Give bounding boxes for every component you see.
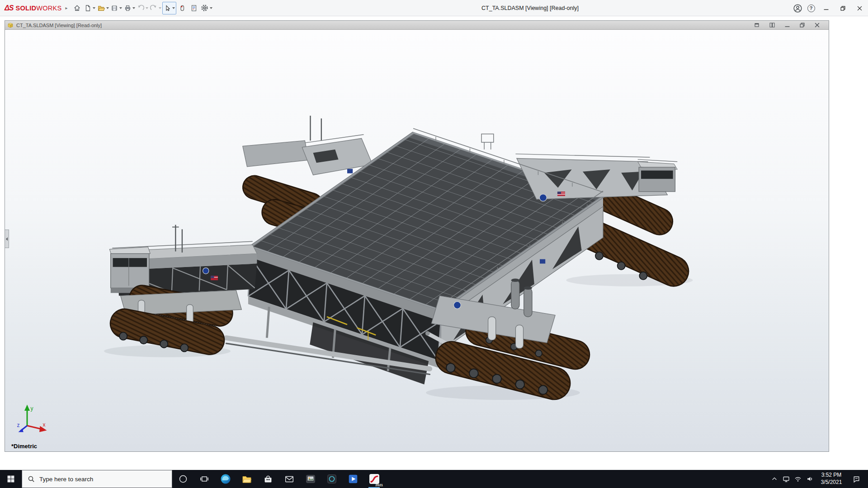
start-icon xyxy=(7,475,15,483)
app-title: CT_TA.SLDASM [Viewing] [Read-only] xyxy=(407,5,653,11)
mdi-background: CT_TA.SLDASM [Viewing] [Read-only] xyxy=(0,16,868,470)
cortana-button[interactable] xyxy=(172,470,193,488)
document-window-buttons xyxy=(752,22,826,28)
tray-volume-icon xyxy=(806,475,813,483)
new-document-icon xyxy=(84,5,91,12)
doc-new-window-button[interactable] xyxy=(752,22,763,28)
account-button[interactable] xyxy=(791,0,804,16)
deck-mast xyxy=(481,134,494,149)
mail-button[interactable] xyxy=(278,470,300,488)
tray-wifi-button[interactable] xyxy=(792,470,804,488)
movies-app-button[interactable] xyxy=(342,470,363,488)
minimize-button[interactable] xyxy=(818,0,835,16)
select-caret[interactable] xyxy=(172,7,175,9)
system-tray: 3:52 PM 3/5/2021 xyxy=(769,470,868,488)
solidworks-app-button[interactable]: 2021 xyxy=(363,470,385,488)
mouse-gestures-button[interactable] xyxy=(176,2,188,14)
home-icon xyxy=(73,4,81,12)
store-button[interactable] xyxy=(257,470,278,488)
viewport-3d[interactable]: y x z *Dimetric xyxy=(5,30,829,451)
file-explorer-button[interactable] xyxy=(236,470,257,488)
options-button[interactable] xyxy=(200,2,213,14)
undo-button[interactable] xyxy=(136,2,149,14)
close-icon xyxy=(857,6,862,11)
options-caret[interactable] xyxy=(210,7,212,9)
rear-right-cab xyxy=(638,160,678,192)
assembly-document-icon xyxy=(8,22,14,28)
doc-tile-button[interactable] xyxy=(767,22,778,28)
edge-icon xyxy=(220,474,231,484)
print-caret[interactable] xyxy=(132,7,135,9)
redo-caret[interactable] xyxy=(159,7,161,9)
edge-button[interactable] xyxy=(215,470,236,488)
help-button[interactable]: ? xyxy=(804,0,818,16)
open-button[interactable] xyxy=(96,2,110,14)
select-button[interactable] xyxy=(162,2,176,14)
doc-restore-icon xyxy=(800,23,805,28)
tray-volume-button[interactable] xyxy=(804,470,816,488)
window-controls: ? xyxy=(791,0,868,16)
file-explorer-icon xyxy=(241,474,252,484)
taskbar-search[interactable] xyxy=(22,470,172,488)
tray-display-icon xyxy=(783,475,790,483)
new-document-caret[interactable] xyxy=(93,7,95,9)
doc-restore-button[interactable] xyxy=(797,22,807,28)
doc-close-icon xyxy=(815,23,820,28)
home-button[interactable] xyxy=(71,2,83,14)
restore-icon xyxy=(840,6,845,11)
taskbar-clock[interactable]: 3:52 PM 3/5/2021 xyxy=(816,472,847,486)
taskbar: 2021 3:52 PM 3/5/2021 xyxy=(0,470,868,488)
photos-app-button[interactable] xyxy=(300,470,321,488)
help-icon: ? xyxy=(807,5,815,12)
crawler-transporter-model xyxy=(5,30,829,451)
action-center-button[interactable] xyxy=(847,475,865,483)
undo-caret[interactable] xyxy=(146,7,148,9)
view-orientation-label: *Dimetric xyxy=(11,443,37,450)
close-button[interactable] xyxy=(851,0,868,16)
new-document-button[interactable] xyxy=(83,2,96,14)
tray-display-button[interactable] xyxy=(780,470,792,488)
triad-x-label: x xyxy=(43,422,46,428)
media-app-icon xyxy=(326,474,337,484)
toolbar-flyout-arrow[interactable]: ▸ xyxy=(66,5,68,10)
solidworks-logo-mark: ΔS xyxy=(5,4,13,12)
media-app-button[interactable] xyxy=(321,470,342,488)
minimize-icon xyxy=(824,6,829,11)
mouse-gestures-icon xyxy=(179,5,186,12)
open-caret[interactable] xyxy=(106,7,109,9)
open-icon xyxy=(97,4,105,12)
save-icon xyxy=(111,5,118,12)
search-input[interactable] xyxy=(39,476,161,483)
rear-left-truss xyxy=(243,116,373,175)
restore-button[interactable] xyxy=(835,0,851,16)
solidworks-brand-text: SOLIDWORKS xyxy=(15,5,61,12)
task-view-icon xyxy=(200,475,208,483)
tray-chevron-icon xyxy=(771,476,778,482)
print-icon xyxy=(124,5,131,12)
new-window-icon xyxy=(755,23,760,28)
doc-minimize-button[interactable] xyxy=(782,22,793,28)
print-button[interactable] xyxy=(123,2,136,14)
panel-collapse-handle[interactable] xyxy=(5,230,9,248)
document-titlebar[interactable]: CT_TA.SLDASM [Viewing] [Read-only] xyxy=(5,21,829,30)
solidworks-year-badge: 2021 xyxy=(375,483,383,487)
store-icon xyxy=(263,474,274,484)
select-icon xyxy=(164,5,171,12)
task-view-button[interactable] xyxy=(193,470,215,488)
file-properties-button[interactable] xyxy=(188,2,200,14)
doc-close-button[interactable] xyxy=(811,22,822,28)
account-icon xyxy=(793,4,802,13)
file-properties-icon xyxy=(190,5,198,12)
save-caret[interactable] xyxy=(119,7,122,9)
save-button[interactable] xyxy=(110,2,123,14)
movies-app-icon xyxy=(348,474,359,484)
orientation-triad: y x z xyxy=(17,403,48,432)
tray-wifi-icon xyxy=(794,475,802,483)
undo-icon xyxy=(137,5,144,12)
triad-y-label: y xyxy=(31,405,33,412)
triad-z-label: z xyxy=(17,422,20,428)
tray-chevron-button[interactable] xyxy=(769,470,780,488)
redo-button[interactable] xyxy=(149,2,162,14)
document-window: CT_TA.SLDASM [Viewing] [Read-only] xyxy=(5,20,829,452)
start-button[interactable] xyxy=(0,470,22,488)
